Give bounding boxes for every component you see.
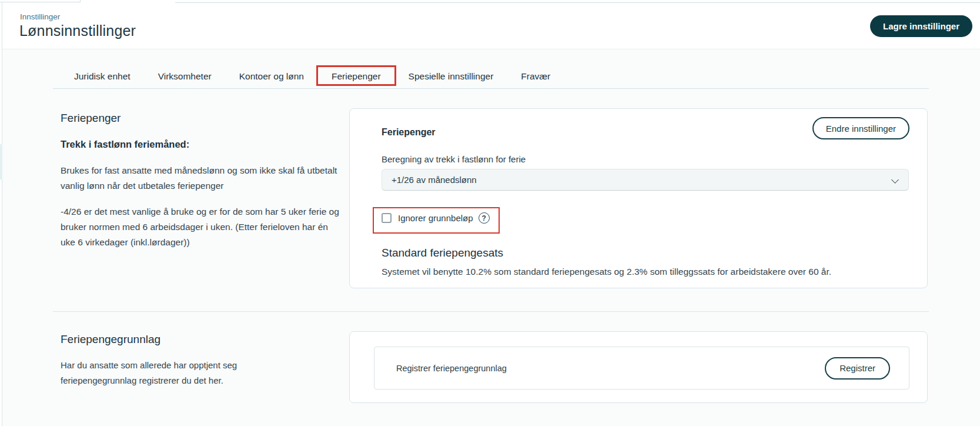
trekk-subheading: Trekk i fastlønn feriemåned: (61, 139, 339, 150)
trekk-select[interactable]: +1/26 av månedslønn (382, 169, 909, 191)
tab-kontoer-og-lonn[interactable]: Kontoer og lønn (239, 71, 304, 82)
chevron-down-icon (891, 176, 899, 184)
register-row: Registrer feriepengegrunnlag Registrer (374, 347, 909, 390)
top-tab-strip-left (0, 0, 81, 2)
register-button[interactable]: Registrer (825, 357, 890, 380)
tab-juridisk-enhet[interactable]: Juridisk enhet (74, 71, 131, 82)
tab-feriepenger-label: Feriepenger (332, 71, 381, 81)
feriepenger-description-column: Feriepenger Trekk i fastlønn feriemåned:… (61, 112, 339, 261)
feriepenger-section-heading: Feriepenger (61, 112, 339, 125)
tab-virksomheter[interactable]: Virksomheter (158, 71, 212, 82)
page-header: Innstillinger Lønnsinnstillinger Lagre i… (2, 3, 980, 49)
standard-feriepengesats-description: Systemet vil benytte 10.2% som standard … (382, 267, 831, 277)
feriepenger-paragraph-2: -4/26 er det mest vanlige å bruke og er … (61, 204, 339, 250)
feriepenger-settings-card: Feriepenger Endre innstillinger Beregnin… (349, 108, 928, 288)
feriepengegrunnlag-card: Registrer feriepengegrunnlag Registrer (349, 331, 928, 403)
help-question-icon[interactable]: ? (479, 212, 490, 224)
standard-feriepengesats-heading: Standard feriepengesats (382, 247, 503, 259)
ignorer-grunnbelop-checkbox[interactable] (382, 213, 392, 223)
page-title: Lønnsinnstillinger (19, 22, 136, 39)
section-divider (53, 311, 929, 312)
settings-tab-bar: Juridisk enhet Virksomheter Kontoer og l… (74, 65, 550, 88)
feriepenger-paragraph-1: Brukes for fast ansatte med månedslønn o… (61, 163, 339, 194)
lonnsinnstillinger-page: Innstillinger Lønnsinnstillinger Lagre i… (0, 0, 980, 426)
trekk-select-value: +1/26 av månedslønn (392, 175, 477, 185)
feriepengegrunnlag-description-column: Feriepengegrunnlag Har du ansatte som al… (61, 333, 313, 388)
card-heading: Feriepenger (382, 127, 436, 138)
save-settings-button[interactable]: Lagre innstillinger (870, 15, 972, 37)
tab-fravaer[interactable]: Fravær (521, 71, 550, 82)
ignorer-grunnbelop-label: Ignorer grunnbeløp (398, 213, 473, 223)
ignorer-grunnbelop-row: Ignorer grunnbeløp ? (382, 212, 490, 224)
tab-spesielle-innstillinger[interactable]: Spesielle innstillinger (409, 71, 494, 82)
feriepengegrunnlag-heading: Feriepengegrunnlag (61, 333, 313, 346)
trekk-select-label: Beregning av trekk i fastlønn for ferie (382, 154, 526, 164)
tab-bar-underline (53, 88, 929, 89)
feriepengegrunnlag-description: Har du ansatte som allerede har opptjent… (61, 358, 269, 388)
edit-settings-button[interactable]: Endre innstillinger (812, 117, 909, 139)
register-row-label: Registrer feriepengegrunnlag (396, 364, 507, 373)
tab-feriepenger[interactable]: Feriepenger (332, 71, 381, 82)
breadcrumb: Innstillinger (20, 12, 60, 21)
